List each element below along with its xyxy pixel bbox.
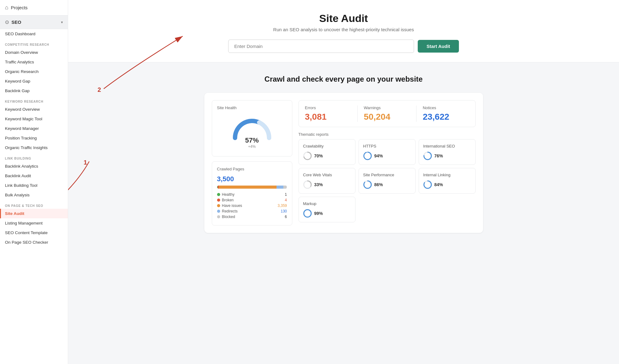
sidebar-section-link-building: LINK BUILDING xyxy=(0,152,68,161)
section-title: Crawl and check every page on your websi… xyxy=(93,75,594,84)
sidebar-section-competitive-research: COMPETITIVE RESEARCH xyxy=(0,39,68,48)
annotation-2: 2 xyxy=(98,86,101,93)
sidebar-item-organic-traffic-insights[interactable]: Organic Traffic Insights xyxy=(0,143,68,152)
thematic-name: Internal Linking xyxy=(423,173,471,177)
sidebar-item-site-audit[interactable]: Site Audit xyxy=(0,209,68,218)
hero-section: Site Audit Run an SEO analysis to uncove… xyxy=(68,0,619,62)
page-subtitle: Run an SEO analysis to uncover the highe… xyxy=(87,27,600,32)
stats-row: Errors 3,081 Warnings 50,204 Notices 23,… xyxy=(299,100,476,127)
gauge-percent: 57% xyxy=(245,136,259,144)
legend-item-have-issues: Have issues 3,359 xyxy=(217,203,287,208)
thematic-value: 33% xyxy=(303,180,351,189)
sidebar-item-seo-dashboard[interactable]: SEO Dashboard xyxy=(0,29,68,39)
sidebar: ⌂ Projects ⊙ SEO ▾ SEO Dashboard COMPETI… xyxy=(0,0,68,364)
seo-nav-header[interactable]: ⊙ SEO ▾ xyxy=(0,15,68,29)
thematic-value: 70% xyxy=(303,152,351,160)
sidebar-item-keyword-overview[interactable]: Keyword Overview xyxy=(0,105,68,114)
page-title: Site Audit xyxy=(87,12,600,24)
crawled-legend: Healthy 1 Broken 4 Have issues 3,359 Red… xyxy=(217,192,287,219)
site-health-card: Site Health 57% +4% xyxy=(212,100,292,156)
stat-errors: Errors 3,081 xyxy=(305,105,351,122)
crawled-count: 3,500 xyxy=(217,175,287,183)
start-audit-button[interactable]: Start Audit xyxy=(418,40,459,53)
legend-item-broken: Broken 4 xyxy=(217,198,287,202)
thematic-card-internal-linking: Internal Linking 84% xyxy=(419,168,476,194)
thematic-name: Core Web Vitals xyxy=(303,173,351,177)
thematic-value: 94% xyxy=(363,152,411,160)
stat-value: 23,622 xyxy=(423,112,469,122)
chevron-down-icon: ▾ xyxy=(61,20,63,24)
sidebar-sections: COMPETITIVE RESEARCHDomain OverviewTraff… xyxy=(0,39,68,247)
sidebar-item-keyword-magic-tool[interactable]: Keyword Magic Tool xyxy=(0,114,68,124)
sidebar-item-organic-research[interactable]: Organic Research xyxy=(0,67,68,76)
audit-form: Start Audit xyxy=(87,40,600,53)
thematic-grid: Crawlability 70% HTTPS 94% International… xyxy=(299,139,476,222)
stat-value: 50,204 xyxy=(364,112,410,122)
thematic-name: Crawlability xyxy=(303,144,351,148)
sidebar-item-seo-content-template[interactable]: SEO Content Template xyxy=(0,228,68,238)
seo-label: SEO xyxy=(11,19,21,25)
sidebar-item-position-tracking[interactable]: Position Tracking xyxy=(0,133,68,143)
crawled-progress-bar xyxy=(217,186,287,189)
domain-input[interactable] xyxy=(228,40,414,53)
thematic-name: HTTPS xyxy=(363,144,411,148)
thematic-value: 86% xyxy=(363,180,411,189)
sidebar-item-on-page-seo-checker[interactable]: On Page SEO Checker xyxy=(0,238,68,247)
sidebar-item-keyword-gap[interactable]: Keyword Gap xyxy=(0,76,68,86)
thematic-card-markup: Markup 99% xyxy=(299,197,355,222)
annotation-1: 1 xyxy=(84,159,87,166)
thematic-value: 84% xyxy=(423,180,471,189)
thematic-card-https: HTTPS 94% xyxy=(359,139,416,165)
seo-icon: ⊙ xyxy=(5,19,9,25)
sidebar-item-backlink-gap[interactable]: Backlink Gap xyxy=(0,86,68,96)
legend-item-healthy: Healthy 1 xyxy=(217,192,287,197)
thematic-card-international-seo: International SEO 76% xyxy=(419,139,476,165)
site-health-label: Site Health xyxy=(217,105,287,110)
gauge-wrap: 57% +4% xyxy=(217,114,287,151)
content-section: Crawl and check every page on your websi… xyxy=(68,62,619,245)
dashboard-right: Errors 3,081 Warnings 50,204 Notices 23,… xyxy=(299,100,476,225)
stat-label: Notices xyxy=(423,105,469,110)
dashboard: Site Health 57% +4% xyxy=(204,93,483,233)
stat-notices: Notices 23,622 xyxy=(416,105,469,122)
svg-point-10 xyxy=(364,181,371,188)
thematic-label: Thematic reports xyxy=(299,132,476,137)
thematic-value: 99% xyxy=(303,209,351,218)
sidebar-section-keyword-research: KEYWORD RESEARCH xyxy=(0,96,68,105)
main-content: Site Audit Run an SEO analysis to uncove… xyxy=(68,0,619,364)
crawled-pages-label: Crawled Pages xyxy=(217,167,287,171)
sidebar-item-keyword-manager[interactable]: Keyword Manager xyxy=(0,124,68,133)
svg-point-14 xyxy=(304,210,311,217)
legend-item-blocked: Blocked 6 xyxy=(217,215,287,219)
stat-warnings: Warnings 50,204 xyxy=(357,105,410,122)
thematic-name: Site Performance xyxy=(363,173,411,177)
sidebar-item-traffic-analytics[interactable]: Traffic Analytics xyxy=(0,57,68,67)
thematic-name: International SEO xyxy=(423,144,471,148)
stat-value: 3,081 xyxy=(305,112,351,122)
gauge-delta: +4% xyxy=(248,144,255,149)
thematic-reports: Thematic reports Crawlability 70% HTTPS … xyxy=(299,132,476,222)
thematic-card-site-performance: Site Performance 86% xyxy=(359,168,416,194)
thematic-value: 76% xyxy=(423,152,471,160)
dashboard-left: Site Health 57% +4% xyxy=(212,100,292,225)
sidebar-item-backlink-analytics[interactable]: Backlink Analytics xyxy=(0,161,68,171)
sidebar-item-domain-overview[interactable]: Domain Overview xyxy=(0,48,68,57)
thematic-name: Markup xyxy=(303,201,351,206)
thematic-card-core-web-vitals: Core Web Vitals 33% xyxy=(299,168,355,194)
projects-label: Projects xyxy=(11,5,28,10)
sidebar-item-bulk-analysis[interactable]: Bulk Analysis xyxy=(0,190,68,200)
svg-point-4 xyxy=(364,152,371,160)
sidebar-item-link-building-tool[interactable]: Link Building Tool xyxy=(0,181,68,190)
crawled-pages-card: Crawled Pages 3,500 Healthy 1 Broken 4 H… xyxy=(212,161,292,225)
stat-label: Warnings xyxy=(364,105,410,110)
home-icon: ⌂ xyxy=(5,4,8,11)
gauge-svg xyxy=(232,116,272,139)
legend-item-redirects: Redirects 130 xyxy=(217,209,287,213)
sidebar-item-backlink-audit[interactable]: Backlink Audit xyxy=(0,171,68,181)
projects-nav[interactable]: ⌂ Projects xyxy=(0,0,68,15)
sidebar-section-on-page-&-tech-seo: ON PAGE & TECH SEO xyxy=(0,200,68,209)
sidebar-item-listing-management[interactable]: Listing Management xyxy=(0,218,68,228)
stat-label: Errors xyxy=(305,105,351,110)
thematic-card-crawlability: Crawlability 70% xyxy=(299,139,355,165)
